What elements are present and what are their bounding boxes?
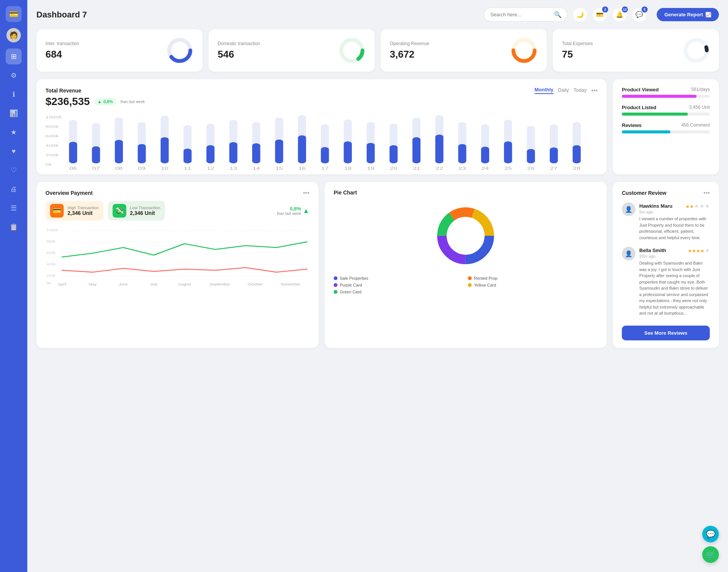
- svg-text:15: 15: [275, 166, 283, 171]
- svg-text:20: 20: [390, 166, 397, 171]
- sidebar-item-star[interactable]: ★: [6, 124, 22, 140]
- revenue-change-badge: ▲ 0,8%: [94, 98, 116, 105]
- tab-monthly[interactable]: Monthly: [535, 87, 554, 94]
- sidebar-item-settings[interactable]: ⚙: [6, 67, 22, 83]
- search-input[interactable]: [490, 12, 551, 17]
- svg-rect-51: [344, 141, 352, 163]
- svg-text:07: 07: [92, 166, 100, 171]
- svg-text:21: 21: [413, 166, 420, 171]
- donut-2: [510, 37, 538, 64]
- cart-button[interactable]: 🛒: [702, 546, 719, 563]
- svg-text:10: 10: [161, 166, 168, 171]
- svg-rect-21: [115, 140, 123, 163]
- svg-text:400k: 400k: [46, 262, 56, 266]
- donut-1: [338, 37, 366, 64]
- svg-rect-60: [413, 137, 420, 163]
- review-title: Customer Review: [622, 190, 666, 196]
- main-content: Dashboard 7 🔍 🌙 💳 2 🔔 12 💬 5 Generate Re…: [27, 0, 728, 572]
- svg-text:13: 13: [230, 166, 237, 171]
- stat-label-3: Total Expenses: [562, 41, 593, 46]
- theme-toggle-button[interactable]: 🌙: [573, 8, 587, 22]
- pie-chart-title: Pie Chart: [334, 190, 598, 196]
- svg-text:0k: 0k: [46, 281, 51, 285]
- customer-review-card: Customer Review ••• 👤 Hawkins Maru ★★★★★…: [613, 182, 719, 348]
- review-more-icon[interactable]: •••: [703, 190, 710, 196]
- sidebar-item-heart[interactable]: ♥: [6, 143, 22, 159]
- stats-row: Inter. transaction 684 Domestic transact…: [36, 29, 719, 72]
- svg-text:0k: 0k: [46, 163, 52, 166]
- svg-rect-24: [138, 144, 146, 163]
- sidebar-logo[interactable]: 💳: [6, 6, 22, 22]
- stat-value-3: 75: [562, 49, 593, 60]
- search-icon: 🔍: [554, 11, 562, 18]
- stat-value-0: 684: [46, 49, 79, 60]
- svg-text:800k: 800k: [46, 240, 56, 243]
- sidebar-item-menu[interactable]: ☰: [6, 200, 22, 216]
- high-transaction-icon: 💳: [50, 204, 64, 218]
- svg-text:18: 18: [344, 166, 351, 171]
- revenue-bar-chart: 1000k 800k 600k 400k 200k 0k 06: [46, 114, 598, 167]
- low-transaction-value: 2,346 Unit: [130, 210, 160, 216]
- svg-rect-66: [458, 144, 466, 163]
- chat-button[interactable]: 💬 5: [632, 8, 646, 22]
- product-stats-card: Product Viewed 561/days Product Listed 3…: [613, 79, 719, 174]
- svg-text:July: July: [150, 282, 158, 286]
- generate-report-button[interactable]: Generate Report 📈: [657, 8, 719, 21]
- svg-rect-45: [298, 135, 306, 163]
- bell-button[interactable]: 🔔 12: [613, 8, 626, 22]
- legend-item: Green Card: [334, 290, 463, 294]
- payment-title: Overview Payment: [46, 190, 93, 196]
- svg-rect-39: [252, 143, 260, 163]
- sidebar-item-list[interactable]: 📋: [6, 219, 22, 235]
- stat-card-operating-revenue: Operating Revenue 3,672: [381, 29, 547, 72]
- svg-text:11: 11: [184, 166, 191, 171]
- payment-more-options-icon[interactable]: •••: [303, 190, 309, 196]
- stat-card-inter-transaction: Inter. transaction 684: [36, 29, 202, 72]
- sidebar-item-info[interactable]: ℹ: [6, 86, 22, 102]
- revenue-tabs: Monthly Daily Today •••: [535, 87, 598, 94]
- svg-text:600k: 600k: [46, 251, 56, 255]
- sidebar-item-heart-outline[interactable]: ♡: [6, 162, 22, 178]
- high-transaction-value: 2,346 Unit: [67, 210, 99, 216]
- sidebar-item-print[interactable]: 🖨: [6, 181, 22, 197]
- svg-text:24: 24: [482, 166, 489, 171]
- svg-rect-33: [206, 145, 214, 163]
- bar-chart-icon: 📈: [705, 12, 711, 17]
- reviewer-avatar: 👤: [622, 247, 635, 260]
- user-avatar[interactable]: 🧑: [6, 28, 21, 42]
- see-more-reviews-button[interactable]: See More Reviews: [622, 326, 710, 340]
- svg-text:June: June: [119, 282, 128, 286]
- support-button[interactable]: 💬: [702, 526, 719, 542]
- product-stat: Product Viewed 561/days: [622, 87, 710, 98]
- svg-text:800k: 800k: [46, 125, 59, 129]
- stat-label-2: Operating Revenue: [390, 41, 429, 46]
- svg-rect-42: [275, 139, 283, 163]
- review-item: 👤 Bella Smith ★★★★★ 20m ago Dealing with…: [622, 247, 710, 317]
- svg-text:19: 19: [367, 166, 375, 171]
- payment-line-chart: 1000k 800k 600k 400k 200k 0k: [46, 227, 309, 287]
- sidebar-item-dashboard[interactable]: ⊞: [6, 49, 22, 64]
- tab-daily[interactable]: Daily: [558, 87, 569, 94]
- svg-point-107: [447, 217, 485, 255]
- revenue-amount: $236,535: [46, 96, 90, 108]
- svg-text:1000k: 1000k: [46, 228, 58, 232]
- svg-rect-30: [184, 149, 191, 163]
- svg-text:16: 16: [298, 166, 306, 171]
- tab-today[interactable]: Today: [573, 87, 587, 94]
- svg-rect-57: [389, 145, 397, 163]
- search-bar[interactable]: 🔍: [484, 8, 567, 22]
- svg-text:22: 22: [436, 166, 443, 171]
- svg-text:25: 25: [504, 166, 512, 171]
- donut-0: [166, 37, 193, 64]
- product-stat: Product Listed 3,456 Unit: [622, 105, 710, 116]
- wallet-button[interactable]: 💳 2: [593, 8, 607, 22]
- more-options-icon[interactable]: •••: [591, 87, 598, 94]
- legend-item: Purple Card: [334, 283, 463, 287]
- legend-item: Rented Prop: [468, 276, 598, 281]
- svg-rect-63: [435, 135, 443, 163]
- svg-text:October: October: [248, 282, 263, 286]
- low-transaction-badge: 💸 Low Transaction 2,346 Unit: [108, 201, 165, 221]
- svg-rect-69: [481, 147, 489, 163]
- sidebar-item-chart[interactable]: 📊: [6, 105, 22, 121]
- svg-text:September: September: [210, 282, 231, 286]
